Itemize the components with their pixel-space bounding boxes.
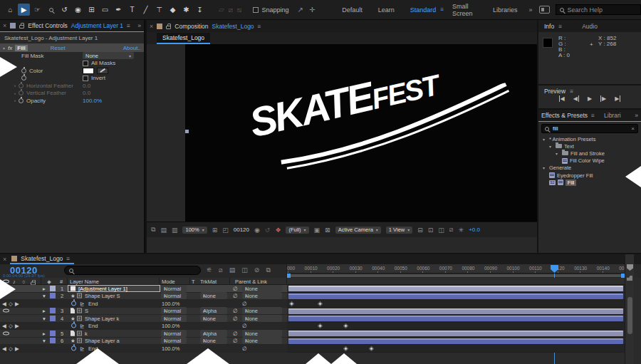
add-keyframe-icon[interactable]: ◇ bbox=[9, 345, 13, 351]
exposure-icon[interactable]: ✳ bbox=[459, 227, 464, 234]
keyframe-diamond[interactable] bbox=[369, 345, 374, 350]
preview-title[interactable]: Preview bbox=[544, 88, 566, 95]
property-value[interactable]: 100.0% bbox=[162, 345, 179, 351]
property-name[interactable]: End bbox=[88, 300, 98, 306]
property-value[interactable]: 100.0% bbox=[162, 300, 179, 306]
layer-duration-bar[interactable] bbox=[288, 331, 623, 336]
property-pickwhip-icon[interactable]: ∅ bbox=[242, 300, 247, 306]
parent-dropdown[interactable]: None▾ bbox=[242, 292, 282, 299]
trkmat-dropdown[interactable]: Alpha▾ bbox=[200, 330, 227, 337]
stopwatch-icon[interactable] bbox=[19, 98, 24, 103]
previous-frame-button[interactable]: ◀ bbox=[573, 95, 579, 102]
pan-behind-tool[interactable]: ⊞ bbox=[85, 4, 98, 16]
stopwatch-icon[interactable] bbox=[21, 68, 26, 73]
parent-pickwhip-icon[interactable]: ∅ bbox=[233, 308, 238, 314]
shy-layers-icon[interactable]: ⧄ bbox=[219, 266, 223, 274]
tab-effect-controls[interactable]: Effect Controls bbox=[28, 22, 68, 29]
expand-caret-icon[interactable]: ▸ bbox=[43, 308, 46, 314]
close-icon[interactable]: × bbox=[3, 22, 6, 29]
frame-blending-icon[interactable]: ▤ bbox=[229, 266, 236, 274]
layer-handle[interactable] bbox=[185, 130, 189, 133]
parent-dropdown[interactable]: None▾ bbox=[242, 285, 282, 292]
label-color-swatch[interactable] bbox=[50, 338, 56, 343]
mini-flowchart-icon[interactable]: ⚟ bbox=[207, 266, 212, 274]
brainstorm-icon[interactable]: ⊘ bbox=[254, 266, 260, 274]
layer-name[interactable]: S bbox=[85, 308, 88, 314]
mirror-icon[interactable]: ▥ bbox=[172, 227, 178, 234]
label-color-swatch[interactable] bbox=[50, 308, 56, 313]
eye-icon[interactable] bbox=[3, 309, 9, 313]
expand-caret-icon[interactable]: ▸ bbox=[43, 285, 46, 291]
stopwatch-icon[interactable] bbox=[71, 345, 76, 350]
eyedropper-icon[interactable] bbox=[97, 68, 108, 74]
puppet-pin-tool[interactable]: ↧ bbox=[194, 4, 206, 16]
tree-animation-presets[interactable]: ▾* Animation Presets bbox=[538, 135, 641, 142]
parent-dropdown[interactable]: None▾ bbox=[242, 337, 282, 344]
layer-duration-bar[interactable] bbox=[288, 286, 623, 291]
expand-caret-icon[interactable]: ▾ bbox=[43, 315, 46, 321]
next-keyframe-icon[interactable]: ▶ bbox=[15, 345, 19, 351]
stopwatch-icon[interactable] bbox=[21, 76, 26, 80]
clear-search-icon[interactable]: × bbox=[631, 125, 635, 132]
pen-tool[interactable]: ✒ bbox=[113, 4, 125, 16]
camera-dropdown[interactable]: Active Camera▾ bbox=[335, 227, 381, 234]
transparency-grid-icon[interactable]: ⊠ bbox=[325, 227, 330, 234]
panel-menu-icon[interactable]: ≡ bbox=[258, 23, 261, 30]
panel-menu-icon[interactable]: ≡ bbox=[66, 255, 70, 262]
help-search-box[interactable]: Search Help bbox=[556, 4, 641, 15]
workspace-overflow-chevron[interactable]: » bbox=[528, 6, 532, 14]
rotation-tool[interactable]: ↺ bbox=[58, 4, 71, 16]
home-icon[interactable]: ⌂ bbox=[4, 4, 16, 16]
layer-name[interactable]: [Adjustment Layer 1] bbox=[78, 285, 127, 291]
opacity-value[interactable]: 100.0% bbox=[83, 98, 102, 104]
motion-blur-icon[interactable]: ◫ bbox=[241, 266, 248, 274]
composition-canvas[interactable]: SKATEFEST bbox=[185, 44, 537, 237]
graph-editor-icon[interactable]: ⧉ bbox=[266, 266, 270, 274]
keyframe-diamond[interactable] bbox=[289, 301, 294, 306]
expand-caret-icon[interactable]: ▸ bbox=[43, 330, 46, 336]
reset-button[interactable]: Reset bbox=[51, 45, 66, 51]
parent-pickwhip-icon[interactable]: ∅ bbox=[233, 338, 238, 344]
panel-swatch-icon[interactable] bbox=[157, 24, 162, 29]
work-area-end-icon[interactable] bbox=[627, 264, 633, 271]
transform-gizmo-icon[interactable]: ✛ bbox=[309, 6, 315, 14]
layer-name[interactable]: Shape Layer a bbox=[85, 338, 120, 344]
tab-audio[interactable]: Audio bbox=[582, 23, 598, 30]
parent-dropdown[interactable]: None▾ bbox=[242, 307, 282, 314]
tree-text-folder[interactable]: ▾Text bbox=[538, 142, 641, 150]
keyframe-diamond[interactable] bbox=[318, 301, 323, 306]
preview-monitor-icon[interactable]: ▤ bbox=[160, 227, 167, 234]
parent-dropdown[interactable]: None▾ bbox=[242, 330, 282, 337]
timeline-tab-skatefest[interactable]: Skatefest_Logo ≡ bbox=[10, 254, 74, 264]
layer-name[interactable]: k bbox=[85, 330, 88, 336]
channel-icon[interactable]: ❖ bbox=[275, 227, 281, 234]
about-button[interactable]: About.. bbox=[123, 45, 141, 51]
time-ruler[interactable]: 0000000010000200003000040000500006000070… bbox=[287, 264, 625, 274]
brush-tool[interactable]: ╱ bbox=[140, 4, 152, 16]
parent-dropdown[interactable]: None▾ bbox=[242, 315, 282, 322]
fill-effect-header[interactable]: ▾ fx Fill Reset About.. bbox=[0, 43, 144, 52]
keyframe-diamond[interactable] bbox=[343, 323, 348, 328]
workspace-manager-icon[interactable] bbox=[539, 6, 549, 14]
parent-pickwhip-icon[interactable]: ∅ bbox=[233, 330, 238, 336]
pixel-aspect-icon[interactable]: ⊟ bbox=[417, 227, 423, 234]
expand-caret-icon[interactable]: ▾ bbox=[43, 338, 46, 344]
panel-menu-icon[interactable]: ≡ bbox=[127, 22, 130, 29]
mode-dropdown[interactable]: Normal▾ bbox=[161, 330, 187, 337]
trkmat-dropdown[interactable]: None▾ bbox=[200, 337, 227, 344]
clone-stamp-tool[interactable]: ⊤ bbox=[153, 4, 165, 16]
close-icon[interactable]: × bbox=[3, 256, 6, 263]
property-pickwhip-icon[interactable]: ∅ bbox=[242, 323, 247, 329]
label-color-swatch[interactable] bbox=[50, 331, 56, 336]
stopwatch-icon[interactable] bbox=[71, 301, 76, 306]
expand-caret-icon[interactable]: ▾ bbox=[43, 293, 46, 299]
previous-keyframe-icon[interactable]: ◀ bbox=[2, 345, 6, 351]
panel-menu-icon[interactable]: ≡ bbox=[558, 23, 562, 30]
invert-checkbox[interactable] bbox=[83, 76, 88, 81]
resolution-dropdown[interactable]: (Full)▾ bbox=[286, 227, 308, 234]
region-of-interest-icon[interactable]: ◰ bbox=[222, 227, 229, 234]
tree-caret-icon[interactable]: ▾ bbox=[543, 137, 547, 142]
close-icon[interactable]: × bbox=[150, 23, 153, 30]
tab-info[interactable]: Info bbox=[544, 23, 554, 30]
zoom-dropdown[interactable]: 100%▾ bbox=[182, 227, 207, 234]
